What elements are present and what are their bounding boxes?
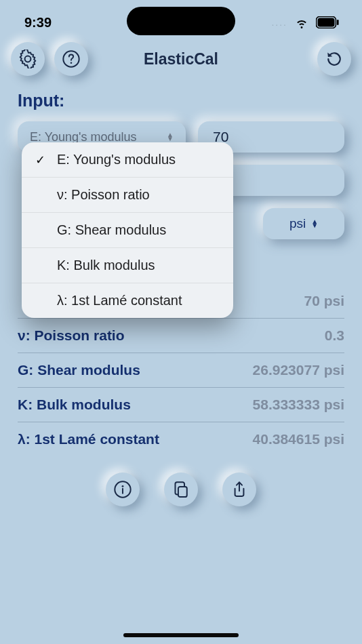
svg-point-6 (122, 485, 124, 487)
home-indicator (123, 633, 239, 637)
result-label: λ: 1st Lamé constant (18, 431, 159, 447)
info-button[interactable] (106, 472, 140, 506)
result-value: 26.923077 psi (253, 362, 344, 378)
reset-button[interactable] (317, 42, 351, 76)
result-label: ν: Poisson ratio (18, 327, 125, 344)
result-row-lame: λ: 1st Lamé constant 40.384615 psi (18, 422, 344, 456)
dropdown-item-bulk[interactable]: K: Bulk modulus (22, 248, 233, 283)
copy-button[interactable] (164, 472, 198, 506)
result-value: 40.384615 psi (253, 431, 344, 447)
header: ElasticCal (0, 38, 362, 83)
wifi-icon (294, 15, 309, 30)
svg-rect-1 (318, 18, 335, 27)
gear-icon (18, 49, 37, 68)
result-label: G: Shear modulus (18, 362, 140, 378)
result-value: 0.3 (325, 327, 344, 344)
input-section-title: Input: (0, 83, 362, 117)
actions-row (0, 456, 362, 523)
svg-rect-7 (178, 487, 187, 497)
question-icon (62, 49, 81, 68)
svg-point-4 (71, 62, 73, 64)
result-row-shear: G: Shear modulus 26.923077 psi (18, 353, 344, 388)
status-dots: .... (271, 17, 287, 28)
dropdown-item-youngs[interactable]: ✓ E: Young's modulus (22, 142, 233, 178)
result-row-bulk: K: Bulk modulus 58.333333 psi (18, 388, 344, 422)
result-value: 58.333333 psi (253, 397, 344, 413)
dropdown-item-label: K: Bulk modulus (57, 258, 221, 273)
info-icon (113, 480, 132, 499)
dropdown-item-label: ν: Poisson ratio (57, 187, 221, 203)
reload-icon (325, 49, 344, 68)
result-label: K: Bulk modulus (18, 397, 131, 413)
chevron-up-down-icon: ▲▼ (167, 133, 174, 141)
dropdown-item-poisson[interactable]: ν: Poisson ratio (22, 178, 233, 213)
svg-rect-2 (337, 20, 339, 25)
battery-icon (316, 16, 339, 28)
dropdown-item-label: E: Young's modulus (57, 152, 221, 167)
result-row-poisson: ν: Poisson ratio 0.3 (18, 319, 344, 353)
dropdown-item-label: G: Shear modulus (57, 222, 221, 238)
status-time: 9:39 (24, 15, 52, 31)
property-dropdown[interactable]: ✓ E: Young's modulus ν: Poisson ratio G:… (22, 142, 233, 318)
dropdown-item-lame[interactable]: λ: 1st Lamé constant (22, 283, 233, 318)
share-icon (230, 480, 249, 499)
share-button[interactable] (222, 472, 256, 506)
help-button[interactable] (54, 42, 88, 76)
copy-icon (172, 480, 190, 499)
dropdown-item-label: λ: 1st Lamé constant (57, 293, 221, 308)
unit-selector[interactable]: psi ▲▼ (263, 208, 344, 239)
chevron-up-down-icon: ▲▼ (311, 220, 318, 228)
status-bar: 9:39 .... (0, 0, 362, 38)
unit-label: psi (289, 216, 306, 231)
notch (127, 7, 235, 35)
status-right: .... (271, 15, 339, 30)
result-value: 70 psi (304, 293, 344, 309)
app-title: ElasticCal (144, 50, 218, 68)
check-icon: ✓ (33, 153, 47, 167)
settings-button[interactable] (11, 42, 45, 76)
dropdown-item-shear[interactable]: G: Shear modulus (22, 213, 233, 248)
